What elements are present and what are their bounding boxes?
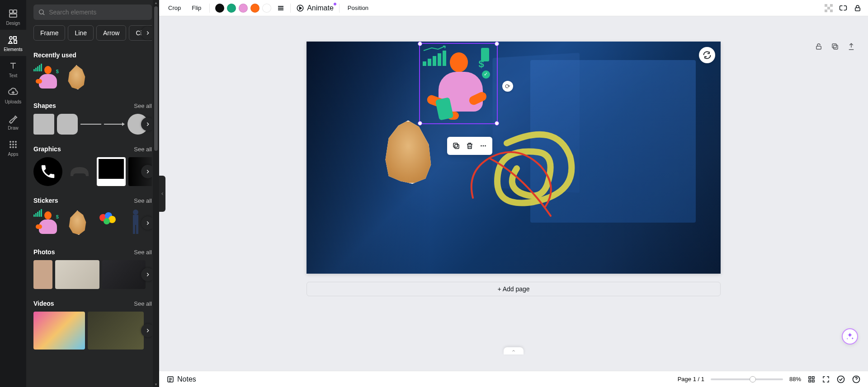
help-icon[interactable] (852, 375, 861, 384)
sticker-thumb-dog[interactable] (65, 209, 94, 238)
swatch-2[interactable] (227, 4, 236, 13)
nav-apps[interactable]: Apps (0, 135, 26, 161)
man-dollar-icon: $ (479, 58, 484, 70)
nav-elements[interactable]: Elements (0, 30, 26, 56)
sticker-thumb-man[interactable]: $ (33, 209, 62, 238)
transparency-icon[interactable] (825, 4, 833, 12)
svg-rect-42 (809, 377, 811, 379)
grid-view-icon[interactable] (807, 375, 816, 383)
shape-square[interactable] (33, 114, 54, 135)
svg-rect-24 (136, 225, 138, 234)
video-thumb-2[interactable] (88, 312, 144, 350)
svg-rect-45 (812, 380, 815, 382)
svg-rect-37 (453, 143, 458, 147)
stickers-see-all[interactable]: See all (134, 197, 152, 204)
nav-draw-label: Draw (8, 126, 18, 131)
refresh-button[interactable] (699, 47, 715, 63)
chip-frame[interactable]: Frame (33, 25, 65, 41)
position-button[interactable]: Position (345, 3, 371, 13)
dog-sticker[interactable] (381, 121, 435, 184)
graphic-phone-silhouette[interactable] (65, 157, 94, 186)
canvas-page[interactable]: $ ✓ ⟳ (307, 42, 721, 274)
svg-rect-36 (455, 145, 459, 149)
graphic-polaroid[interactable] (97, 157, 126, 186)
graphics-see-all[interactable]: See all (134, 146, 152, 153)
recent-thumb-dog[interactable] (64, 63, 92, 91)
zoom-slider[interactable] (711, 378, 783, 380)
page-duplicate-icon[interactable] (829, 41, 841, 52)
fullscreen-icon[interactable] (822, 375, 830, 383)
animate-button[interactable]: Animate (296, 4, 334, 12)
lock-icon[interactable] (854, 4, 862, 12)
photo-thumb-3[interactable] (102, 260, 146, 289)
delete-icon[interactable] (463, 140, 476, 152)
swatch-5[interactable] (262, 4, 271, 13)
collapse-panel-icon[interactable] (159, 176, 165, 212)
sidebar-scrollbar[interactable]: ▲ ▼ (153, 0, 159, 387)
shapes-see-all[interactable]: See all (134, 103, 152, 109)
nav-apps-label: Apps (8, 152, 19, 157)
flip-button[interactable]: Flip (189, 3, 204, 13)
link-icon[interactable] (839, 4, 847, 12)
videos-see-all[interactable]: See all (134, 300, 152, 307)
list-icon[interactable] (277, 4, 285, 12)
video-thumb-1[interactable] (33, 312, 85, 350)
chips-next-icon[interactable] (141, 26, 152, 40)
page-export-icon[interactable] (845, 41, 857, 52)
nav-draw[interactable]: Draw (0, 108, 26, 135)
swatch-1[interactable] (215, 4, 224, 13)
chip-line[interactable]: Line (68, 25, 93, 41)
shape-rounded-square[interactable] (57, 114, 78, 135)
more-icon[interactable] (477, 140, 490, 152)
svg-point-10 (15, 144, 17, 145)
svg-rect-23 (133, 225, 135, 234)
separator (290, 4, 291, 13)
swatch-4[interactable] (250, 4, 259, 13)
nav-uploads[interactable]: Uploads (0, 82, 26, 108)
show-pages-chevron-icon[interactable] (504, 347, 524, 354)
svg-rect-31 (830, 9, 833, 12)
chip-arrow[interactable]: Arrow (96, 25, 127, 41)
crop-button[interactable]: Crop (165, 3, 184, 13)
selection-box[interactable]: $ ✓ (420, 44, 497, 123)
section-photos-title: Photos (33, 248, 55, 256)
swatch-3[interactable] (239, 4, 248, 13)
sticker-thumb-balloons[interactable] (97, 209, 126, 238)
magic-fab-button[interactable] (842, 328, 858, 345)
red-marker[interactable] (464, 148, 559, 220)
svg-point-7 (15, 141, 17, 143)
photo-thumb-1[interactable] (33, 260, 52, 289)
videos-next-icon[interactable] (141, 324, 152, 337)
man-chart-icon (423, 48, 447, 66)
stickers-next-icon[interactable] (141, 216, 152, 230)
svg-rect-28 (830, 4, 833, 7)
shape-arrow[interactable] (104, 114, 125, 135)
nav-elements-label: Elements (4, 47, 23, 52)
photos-next-icon[interactable] (141, 268, 152, 281)
search-input[interactable] (49, 9, 147, 16)
page-lock-icon[interactable] (813, 41, 825, 52)
svg-rect-30 (825, 9, 827, 12)
nav-text[interactable]: Text (0, 56, 26, 82)
search-box[interactable] (33, 5, 152, 20)
page-indicator[interactable]: Page 1 / 1 (678, 376, 704, 382)
add-page-button[interactable]: + Add page (307, 282, 721, 296)
photo-thumb-2[interactable] (55, 260, 99, 289)
svg-rect-4 (14, 37, 16, 39)
photos-see-all[interactable]: See all (134, 249, 152, 256)
shapes-next-icon[interactable] (141, 117, 152, 131)
duplicate-icon[interactable] (450, 140, 462, 152)
chip-row: Frame Line Arrow Circle (33, 25, 152, 41)
svg-point-11 (9, 146, 11, 148)
check-badge-icon[interactable] (836, 375, 845, 384)
shape-line[interactable] (80, 114, 101, 135)
graphics-next-icon[interactable] (141, 165, 152, 178)
nav-design[interactable]: Design (0, 4, 26, 30)
man-check-icon: ✓ (482, 70, 490, 79)
notes-button[interactable]: Notes (166, 375, 196, 383)
recent-thumb-man[interactable]: $ (33, 63, 61, 91)
zoom-value[interactable]: 88% (789, 376, 801, 382)
rotate-handle-side[interactable]: ⟳ (502, 81, 513, 92)
man-sticker[interactable]: $ ✓ (423, 47, 494, 121)
graphic-phone-circle[interactable] (33, 157, 62, 186)
